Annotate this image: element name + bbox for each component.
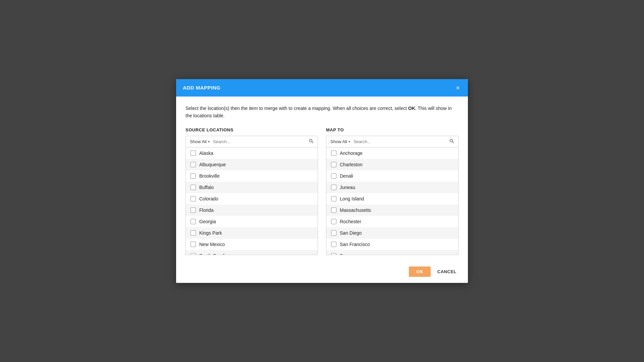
map-to-search-button[interactable] [448, 138, 455, 145]
map-to-search-input[interactable] [354, 139, 446, 144]
list-item[interactable]: Kings Park [186, 227, 318, 239]
mapto-item-label: Charleston [340, 162, 363, 167]
source-item-label: New Mexico [199, 242, 225, 247]
source-search-bar: Show All ▾ [186, 136, 318, 147]
list-item[interactable]: Florida [186, 204, 318, 216]
source-show-all-button[interactable]: Show All ▾ [189, 138, 211, 145]
map-to-show-all-button[interactable]: Show All ▾ [329, 138, 352, 145]
source-item-label: Brookville [199, 173, 220, 179]
list-item[interactable]: Syracuse [326, 250, 458, 255]
dialog-title: ADD MAPPING [183, 85, 220, 90]
mapto-item-label: Rochester [340, 219, 361, 224]
list-item[interactable]: San Francisco [326, 239, 458, 250]
source-search-input[interactable] [213, 139, 306, 144]
mapto-checkbox-1[interactable] [331, 162, 336, 167]
source-locations-box: Show All ▾ AlaskaAlbuquerqu [185, 136, 318, 255]
mapto-item-label: Massachusetts [340, 207, 371, 213]
mapto-item-label: San Francisco [340, 242, 370, 247]
map-to-chevron-icon: ▾ [348, 140, 350, 143]
mapto-item-label: Long Island [340, 196, 364, 201]
list-item[interactable]: Long Island [326, 193, 458, 204]
source-show-all-label: Show All [190, 139, 207, 144]
map-to-panel: MAP TO Show All ▾ [326, 127, 459, 255]
mapto-checkbox-2[interactable] [331, 173, 336, 179]
mapto-item-label: Anchorage [340, 150, 363, 156]
map-to-list: AnchorageCharlestonDenaliJuneauLong Isla… [326, 147, 458, 255]
mapto-checkbox-4[interactable] [331, 196, 336, 201]
mapto-item-label: San Diego [340, 230, 362, 236]
dialog-footer: OK CANCEL [176, 262, 468, 283]
add-mapping-dialog: ADD MAPPING × Select the location(s) the… [176, 79, 468, 283]
mapto-checkbox-9[interactable] [331, 253, 336, 255]
map-to-search-icon [449, 139, 454, 143]
list-item[interactable]: San Diego [326, 227, 458, 239]
source-checkbox-1[interactable] [191, 162, 196, 167]
list-item[interactable]: Albuquerque [186, 159, 318, 170]
list-item[interactable]: New Mexico [186, 239, 318, 250]
close-button[interactable]: × [454, 84, 461, 91]
mapto-checkbox-7[interactable] [331, 230, 336, 236]
source-checkbox-4[interactable] [191, 196, 196, 201]
source-item-label: Kings Park [199, 230, 222, 236]
map-to-box: Show All ▾ AnchorageCharles [326, 136, 459, 255]
source-checkbox-7[interactable] [191, 230, 196, 236]
list-item[interactable]: Alaska [186, 147, 318, 159]
list-item[interactable]: Rochester [326, 216, 458, 227]
source-item-label: Florida [199, 207, 214, 213]
list-item[interactable]: Colorado [186, 193, 318, 204]
list-item[interactable]: Charleston [326, 159, 458, 170]
svg-line-1 [312, 142, 313, 143]
source-checkbox-5[interactable] [191, 207, 196, 213]
source-checkbox-2[interactable] [191, 173, 196, 179]
instruction-text: Select the location(s) then the item to … [185, 105, 459, 120]
map-to-title: MAP TO [326, 127, 459, 132]
source-locations-list: AlaskaAlbuquerqueBrookvilleBuffaloColora… [186, 147, 318, 255]
source-checkbox-8[interactable] [191, 242, 196, 247]
list-item[interactable]: Brookville [186, 170, 318, 182]
source-search-button[interactable] [308, 138, 315, 145]
dialog-body: Select the location(s) then the item to … [176, 97, 468, 262]
source-checkbox-0[interactable] [191, 150, 196, 156]
mapto-item-label: Syracuse [340, 253, 359, 255]
list-item[interactable]: Anchorage [326, 147, 458, 159]
list-item[interactable]: Juneau [326, 182, 458, 193]
dialog-header: ADD MAPPING × [176, 79, 468, 97]
mapto-checkbox-0[interactable] [331, 150, 336, 156]
source-item-label: Alaska [199, 150, 213, 156]
map-to-search-bar: Show All ▾ [326, 136, 458, 147]
source-item-label: South Carolina [199, 253, 230, 255]
mapto-item-label: Juneau [340, 185, 355, 190]
source-item-label: Colorado [199, 196, 218, 201]
source-checkbox-3[interactable] [191, 185, 196, 190]
source-item-label: Buffalo [199, 185, 214, 190]
panels-container: SOURCE LOCATIONS Show All ▾ [185, 127, 459, 255]
instruction-ok: OK [408, 106, 415, 111]
ok-button[interactable]: OK [409, 266, 431, 277]
list-item[interactable]: Buffalo [186, 182, 318, 193]
list-item[interactable]: Denali [326, 170, 458, 182]
source-locations-title: SOURCE LOCATIONS [185, 127, 318, 132]
map-to-show-all-label: Show All [330, 139, 347, 144]
cancel-button[interactable]: CANCEL [434, 266, 460, 277]
source-checkbox-9[interactable] [191, 253, 196, 255]
mapto-item-label: Denali [340, 173, 353, 179]
source-locations-panel: SOURCE LOCATIONS Show All ▾ [185, 127, 318, 255]
mapto-checkbox-5[interactable] [331, 207, 336, 213]
mapto-checkbox-3[interactable] [331, 185, 336, 190]
modal-overlay: ADD MAPPING × Select the location(s) the… [0, 0, 644, 362]
mapto-checkbox-8[interactable] [331, 242, 336, 247]
instruction-prefix: Select the location(s) then the item to … [185, 106, 408, 111]
source-item-label: Georgia [199, 219, 216, 224]
mapto-checkbox-6[interactable] [331, 219, 336, 224]
list-item[interactable]: Massachusetts [326, 204, 458, 216]
svg-line-3 [452, 142, 454, 143]
source-item-label: Albuquerque [199, 162, 226, 167]
list-item[interactable]: Georgia [186, 216, 318, 227]
source-chevron-icon: ▾ [208, 140, 210, 143]
source-search-icon [309, 139, 314, 143]
list-item[interactable]: South Carolina [186, 250, 318, 255]
source-checkbox-6[interactable] [191, 219, 196, 224]
